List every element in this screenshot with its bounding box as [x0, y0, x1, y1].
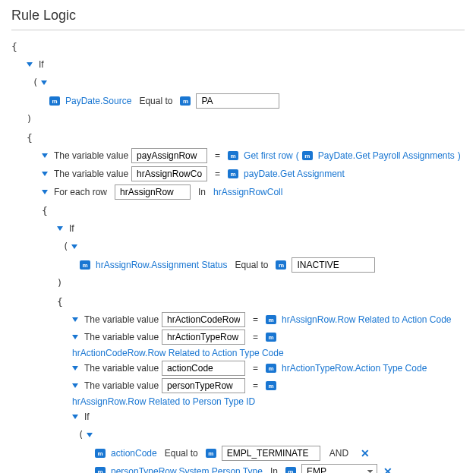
equals-label: =: [215, 150, 220, 161]
expr-row-action-type[interactable]: hrActionCodeRow.Row Related to Action Ty…: [72, 348, 284, 358]
value-select-emp[interactable]: [301, 464, 377, 473]
field-action-code[interactable]: actionCode: [111, 448, 157, 459]
page-title: Rule Logic: [11, 8, 465, 24]
field-sys-person-type[interactable]: personTypeRow.System Person Type: [111, 466, 263, 473]
equals-label: =: [253, 380, 258, 391]
field-paydate-source[interactable]: PayDate.Source: [65, 96, 131, 106]
collapse-icon[interactable]: [42, 153, 48, 158]
var-name-input[interactable]: [131, 148, 207, 163]
collapse-icon[interactable]: [72, 415, 78, 419]
collapse-icon[interactable]: [57, 226, 63, 231]
remove-icon[interactable]: ✕: [361, 447, 370, 459]
collapse-icon[interactable]: [72, 335, 78, 339]
in-op-label: In: [270, 466, 278, 473]
var-name-input[interactable]: [162, 361, 245, 376]
if-keyword: If: [84, 412, 90, 422]
collapse-icon[interactable]: [41, 80, 47, 85]
value-input-inactive[interactable]: [292, 257, 375, 273]
var-name-input[interactable]: [162, 378, 245, 393]
token-icon: m: [266, 364, 276, 373]
collapse-icon[interactable]: [42, 172, 48, 176]
token-icon: m: [206, 449, 216, 458]
token-icon: m: [49, 96, 60, 106]
var-label: The variable value: [84, 380, 159, 391]
var-label: The variable value: [54, 150, 128, 161]
var-name-input[interactable]: [162, 312, 245, 327]
paren-close: ): [57, 278, 62, 289]
loop-collection[interactable]: hrAssignRowColl: [213, 187, 282, 197]
field-assignment-status[interactable]: hrAssignRow.Assignment Status: [96, 260, 227, 270]
and-label: AND: [329, 448, 348, 459]
equal-to-label: Equal to: [235, 260, 268, 270]
token-icon: m: [228, 151, 238, 160]
equals-label: =: [215, 169, 220, 179]
expr-get-assignment[interactable]: payDate.Get Assignment: [244, 169, 345, 179]
in-label: In: [198, 187, 206, 197]
collapse-icon[interactable]: [72, 317, 78, 322]
brace-open: {: [42, 205, 48, 216]
token-icon: m: [95, 449, 106, 458]
expr-row-action-code[interactable]: hrAssignRow.Row Related to Action Code: [282, 314, 451, 325]
var-label: The variable value: [84, 332, 159, 342]
loop-var-input[interactable]: [115, 184, 191, 200]
paren-close: ): [27, 114, 32, 125]
var-label: The variable value: [84, 363, 159, 374]
token-icon: m: [266, 315, 276, 324]
value-input-terminate[interactable]: [222, 446, 320, 461]
collapse-icon[interactable]: [27, 62, 33, 67]
divider: [11, 30, 465, 30]
paren-open: (: [33, 77, 38, 88]
var-label: The variable value: [54, 169, 128, 179]
if-keyword: If: [69, 223, 74, 234]
token-icon: m: [266, 381, 276, 390]
paren-open: (: [78, 430, 84, 440]
arg-payroll-assignments[interactable]: PayDate.Get Payroll Assignments: [318, 150, 455, 161]
collapse-icon[interactable]: [72, 366, 78, 371]
equals-label: =: [253, 332, 258, 342]
var-name-input[interactable]: [131, 166, 207, 181]
collapse-icon[interactable]: [42, 190, 48, 194]
token-icon: m: [276, 260, 286, 270]
brace-open: {: [11, 41, 17, 52]
value-input-pa[interactable]: [196, 93, 279, 109]
token-icon: m: [285, 467, 296, 473]
func-get-first-row[interactable]: Get first row: [244, 150, 293, 161]
var-name-input[interactable]: [162, 330, 245, 345]
paren-open: (: [63, 241, 68, 252]
expr-row-person-type[interactable]: hrAssignRow.Row Related to Person Type I…: [72, 396, 255, 407]
token-icon: m: [80, 260, 90, 270]
paren-close: ): [458, 150, 461, 161]
foreach-label: For each row: [54, 187, 107, 197]
token-icon: m: [228, 169, 238, 178]
collapse-icon[interactable]: [71, 244, 77, 249]
if-keyword: If: [39, 59, 44, 70]
var-label: The variable value: [84, 314, 159, 325]
equal-to-label: Equal to: [139, 96, 172, 106]
token-icon: m: [180, 96, 191, 106]
brace-open: {: [57, 296, 63, 307]
brace-open: {: [27, 132, 33, 143]
collapse-icon[interactable]: [72, 383, 78, 388]
expr-action-type-code[interactable]: hrActionTypeRow.Action Type Code: [282, 363, 427, 374]
token-icon: m: [95, 467, 106, 473]
token-icon: m: [266, 333, 276, 342]
equals-label: =: [253, 363, 258, 374]
equal-to-label: Equal to: [165, 448, 198, 459]
remove-icon[interactable]: ✕: [383, 465, 392, 473]
collapse-icon[interactable]: [87, 433, 93, 437]
paren-open: (: [296, 150, 299, 161]
equals-label: =: [253, 314, 258, 325]
token-icon: m: [302, 151, 313, 160]
